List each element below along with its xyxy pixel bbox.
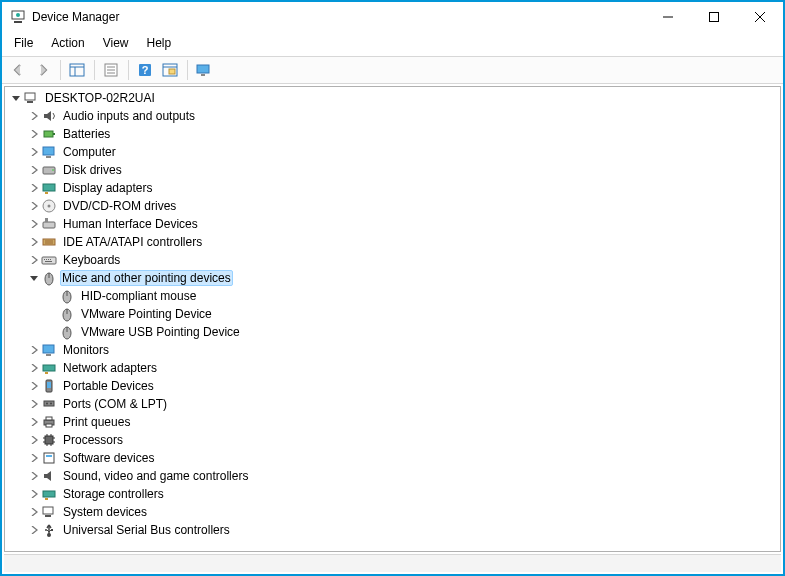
monitor-button[interactable]: [192, 58, 216, 82]
tree-device[interactable]: VMware Pointing Device: [5, 305, 780, 323]
svg-rect-29: [43, 184, 55, 191]
hid-icon: [41, 216, 57, 232]
chevron-right-icon[interactable]: [27, 505, 41, 519]
chevron-right-icon[interactable]: [27, 127, 41, 141]
tree-category[interactable]: Batteries: [5, 125, 780, 143]
chevron-right-icon[interactable]: [27, 253, 41, 267]
tree-label: DVD/CD-ROM drives: [61, 199, 178, 213]
tree-category-mice[interactable]: Mice and other pointing devices: [5, 269, 780, 287]
app-icon: [10, 9, 26, 25]
tree-label: Sound, video and game controllers: [61, 469, 250, 483]
tree-label: HID-compliant mouse: [79, 289, 198, 303]
svg-rect-78: [45, 515, 51, 517]
tree-category[interactable]: Network adapters: [5, 359, 780, 377]
svg-rect-35: [43, 239, 55, 245]
chevron-right-icon[interactable]: [27, 163, 41, 177]
tree-category[interactable]: Audio inputs and outputs: [5, 107, 780, 125]
tree-category[interactable]: Keyboards: [5, 251, 780, 269]
chevron-right-icon[interactable]: [27, 217, 41, 231]
menu-help[interactable]: Help: [139, 34, 180, 52]
chevron-right-icon[interactable]: [27, 181, 41, 195]
svg-rect-24: [53, 133, 55, 135]
tree-category[interactable]: Universal Serial Bus controllers: [5, 521, 780, 539]
tree-category[interactable]: Ports (COM & LPT): [5, 395, 780, 413]
svg-rect-52: [43, 345, 54, 353]
titlebar: Device Manager: [2, 2, 783, 32]
tree-category[interactable]: Software devices: [5, 449, 780, 467]
svg-point-2: [16, 13, 20, 17]
chevron-down-icon[interactable]: [27, 271, 41, 285]
chevron-right-icon[interactable]: [27, 433, 41, 447]
mouse-icon: [59, 306, 75, 322]
svg-rect-19: [197, 65, 209, 73]
close-button[interactable]: [737, 2, 783, 32]
tree-device[interactable]: VMware USB Pointing Device: [5, 323, 780, 341]
tree-category[interactable]: Sound, video and game controllers: [5, 467, 780, 485]
svg-rect-42: [50, 259, 51, 260]
chevron-right-icon[interactable]: [27, 397, 41, 411]
back-button[interactable]: [6, 58, 30, 82]
battery-icon: [41, 126, 57, 142]
printer-icon: [41, 414, 57, 430]
chevron-right-icon[interactable]: [27, 469, 41, 483]
tree-category[interactable]: Display adapters: [5, 179, 780, 197]
device-tree[interactable]: DESKTOP-02R2UAI Audio inputs and outputs…: [4, 86, 781, 552]
chevron-right-icon[interactable]: [27, 235, 41, 249]
tree-label: Computer: [61, 145, 118, 159]
minimize-button[interactable]: [645, 2, 691, 32]
svg-rect-34: [45, 218, 48, 222]
properties-button[interactable]: [99, 58, 123, 82]
chevron-right-icon[interactable]: [27, 199, 41, 213]
window-title: Device Manager: [32, 10, 645, 24]
monitor-icon: [41, 342, 57, 358]
svg-rect-76: [45, 498, 48, 500]
svg-point-28: [52, 169, 54, 171]
tree-label: IDE ATA/ATAPI controllers: [61, 235, 204, 249]
chevron-right-icon[interactable]: [27, 343, 41, 357]
forward-button[interactable]: [31, 58, 55, 82]
tree-category[interactable]: Computer: [5, 143, 780, 161]
display-adapter-icon: [41, 180, 57, 196]
tree-category[interactable]: Portable Devices: [5, 377, 780, 395]
svg-rect-64: [45, 436, 53, 444]
software-icon: [41, 450, 57, 466]
chevron-right-icon[interactable]: [27, 145, 41, 159]
scan-hardware-button[interactable]: [158, 58, 182, 82]
chevron-down-icon[interactable]: [9, 91, 23, 105]
svg-rect-43: [45, 261, 52, 262]
tree-category[interactable]: Disk drives: [5, 161, 780, 179]
tree-category[interactable]: IDE ATA/ATAPI controllers: [5, 233, 780, 251]
help-button[interactable]: ?: [133, 58, 157, 82]
chevron-right-icon[interactable]: [27, 451, 41, 465]
chevron-right-icon[interactable]: [27, 523, 41, 537]
maximize-button[interactable]: [691, 2, 737, 32]
chevron-right-icon[interactable]: [27, 415, 41, 429]
chevron-right-icon[interactable]: [27, 379, 41, 393]
menu-view[interactable]: View: [95, 34, 137, 52]
tree-category[interactable]: Storage controllers: [5, 485, 780, 503]
computer-icon: [41, 144, 57, 160]
storage-icon: [41, 486, 57, 502]
chevron-right-icon[interactable]: [27, 487, 41, 501]
svg-rect-77: [43, 507, 53, 514]
tree-category[interactable]: Monitors: [5, 341, 780, 359]
svg-rect-40: [46, 259, 47, 260]
tree-label: Storage controllers: [61, 487, 166, 501]
chevron-right-icon[interactable]: [27, 109, 41, 123]
show-hide-tree-button[interactable]: [65, 58, 89, 82]
svg-rect-75: [43, 491, 55, 497]
tree-category[interactable]: System devices: [5, 503, 780, 521]
chevron-right-icon[interactable]: [27, 361, 41, 375]
tree-root[interactable]: DESKTOP-02R2UAI: [5, 89, 780, 107]
tree-label: Human Interface Devices: [61, 217, 200, 231]
tree-category[interactable]: Print queues: [5, 413, 780, 431]
menu-action[interactable]: Action: [43, 34, 92, 52]
svg-rect-82: [51, 529, 53, 531]
tree-category[interactable]: DVD/CD-ROM drives: [5, 197, 780, 215]
toolbar-separator: [128, 60, 129, 80]
tree-device[interactable]: HID-compliant mouse: [5, 287, 780, 305]
svg-rect-22: [27, 101, 33, 103]
tree-category[interactable]: Processors: [5, 431, 780, 449]
tree-category[interactable]: Human Interface Devices: [5, 215, 780, 233]
menu-file[interactable]: File: [6, 34, 41, 52]
